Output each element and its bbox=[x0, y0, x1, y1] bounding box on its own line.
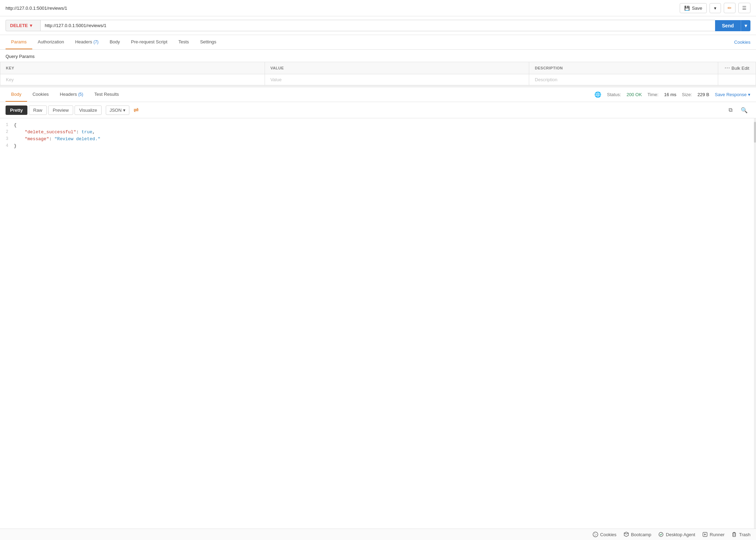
bulk-edit-button[interactable]: Bulk Edit bbox=[731, 66, 749, 71]
search-button[interactable]: 🔍 bbox=[738, 106, 750, 115]
response-tab-test-results[interactable]: Test Results bbox=[89, 87, 124, 102]
comment-icon: ☰ bbox=[742, 5, 747, 11]
response-tab-cookies[interactable]: Cookies bbox=[27, 87, 54, 102]
col-header-value: VALUE bbox=[265, 62, 529, 74]
response-tab-body[interactable]: Body bbox=[6, 87, 27, 102]
save-icon: 💾 bbox=[684, 6, 690, 11]
bottom-item-desktop-agent[interactable]: Desktop Agent bbox=[658, 532, 695, 537]
chevron-down-icon: ▾ bbox=[123, 108, 126, 113]
tab-body[interactable]: Body bbox=[104, 35, 126, 49]
send-button[interactable]: Send ▾ bbox=[715, 20, 750, 31]
line-num-3: 3 bbox=[0, 136, 14, 141]
cookies-icon bbox=[593, 532, 598, 537]
size-value: 229 B bbox=[697, 92, 709, 97]
tab-authorization[interactable]: Authorization bbox=[32, 35, 70, 49]
agent-icon bbox=[658, 532, 664, 537]
format-visualize-button[interactable]: Visualize bbox=[75, 106, 102, 115]
tab-headers[interactable]: Headers (7) bbox=[70, 35, 104, 49]
url-input[interactable] bbox=[40, 20, 715, 31]
bottom-item-bootcamp[interactable]: Bootcamp bbox=[624, 532, 652, 537]
chevron-icon: ▾ bbox=[30, 23, 32, 28]
cookies-link[interactable]: Cookies bbox=[734, 40, 750, 45]
scrollbar-thumb[interactable] bbox=[754, 122, 756, 143]
format-json-select[interactable]: JSON ▾ bbox=[106, 106, 129, 115]
svg-point-0 bbox=[593, 532, 598, 537]
table-row: Key Value Description bbox=[0, 74, 756, 85]
save-response-button[interactable]: Save Response ▾ bbox=[715, 92, 750, 97]
tab-params[interactable]: Params bbox=[6, 35, 32, 49]
globe-icon: 🌐 bbox=[594, 91, 601, 98]
response-tab-headers[interactable]: Headers (5) bbox=[54, 87, 89, 102]
save-button[interactable]: 💾 Save bbox=[680, 3, 707, 13]
col-header-actions: ··· Bulk Edit bbox=[718, 62, 756, 74]
bottom-trash-label: Trash bbox=[739, 532, 750, 537]
edit-icon: ✏ bbox=[728, 5, 732, 11]
method-select[interactable]: DELETE ▾ bbox=[6, 20, 40, 31]
top-url: http://127.0.0.1:5001/reviews/1 bbox=[6, 6, 67, 11]
value-cell[interactable]: Value bbox=[265, 74, 529, 85]
line-content-3: "message": "Review deleted." bbox=[14, 136, 756, 142]
code-wrapper: 1 { 2 "delete_successful": true, 3 "mess… bbox=[0, 118, 756, 529]
tab-pre-request-script[interactable]: Pre-request Script bbox=[126, 35, 173, 49]
time-value: 16 ms bbox=[664, 92, 676, 97]
format-bar: Pretty Raw Preview Visualize JSON ▾ ⇌ ⧉ … bbox=[0, 102, 756, 118]
format-preview-button[interactable]: Preview bbox=[48, 106, 73, 115]
send-label: Send bbox=[715, 20, 741, 31]
svg-point-2 bbox=[596, 534, 596, 535]
comment-button[interactable]: ☰ bbox=[738, 3, 750, 13]
bootcamp-icon bbox=[624, 532, 629, 537]
section-label: Query Params bbox=[0, 50, 756, 62]
bottom-bar: Cookies Bootcamp Desktop Agent Runner Tr… bbox=[0, 529, 756, 540]
top-bar: http://127.0.0.1:5001/reviews/1 💾 Save ▾… bbox=[0, 0, 756, 16]
send-dropdown-icon[interactable]: ▾ bbox=[741, 20, 750, 31]
params-table: KEY VALUE DESCRIPTION ··· Bulk Edit Key bbox=[0, 62, 756, 85]
code-line-3: 3 "message": "Review deleted." bbox=[0, 136, 756, 143]
description-cell[interactable]: Description bbox=[529, 74, 718, 85]
bottom-item-runner[interactable]: Runner bbox=[702, 532, 725, 537]
line-content-2: "delete_successful": true, bbox=[14, 129, 756, 135]
svg-point-1 bbox=[594, 533, 595, 534]
scrollbar-track bbox=[754, 118, 756, 529]
key-cell[interactable]: Key bbox=[0, 74, 265, 85]
code-area: 1 { 2 "delete_successful": true, 3 "mess… bbox=[0, 118, 756, 154]
format-raw-button[interactable]: Raw bbox=[29, 106, 47, 115]
code-line-2: 2 "delete_successful": true, bbox=[0, 129, 756, 136]
headers-badge: (7) bbox=[93, 40, 98, 44]
bottom-item-cookies[interactable]: Cookies bbox=[593, 532, 617, 537]
bottom-cookies-label: Cookies bbox=[600, 532, 617, 537]
more-icon[interactable]: ··· bbox=[724, 65, 730, 71]
edit-button[interactable]: ✏ bbox=[724, 3, 736, 13]
svg-point-3 bbox=[595, 535, 595, 536]
code-line-4: 4 } bbox=[0, 143, 756, 150]
tab-tests[interactable]: Tests bbox=[173, 35, 195, 49]
code-line-1: 1 { bbox=[0, 123, 756, 129]
search-icon: 🔍 bbox=[741, 107, 748, 113]
response-panel: Body Cookies Headers (5) Test Results 🌐 … bbox=[0, 85, 756, 529]
line-num-1: 1 bbox=[0, 123, 14, 127]
bottom-bootcamp-label: Bootcamp bbox=[631, 532, 652, 537]
bottom-runner-label: Runner bbox=[710, 532, 725, 537]
save-dropdown-button[interactable]: ▾ bbox=[710, 3, 721, 13]
response-tabs-bar: Body Cookies Headers (5) Test Results 🌐 … bbox=[0, 87, 756, 102]
line-content-4: } bbox=[14, 143, 756, 149]
col-header-key: KEY bbox=[0, 62, 265, 74]
copy-button[interactable]: ⧉ bbox=[726, 106, 735, 115]
col-header-description: DESCRIPTION bbox=[529, 62, 718, 74]
save-label: Save bbox=[692, 6, 702, 11]
line-num-2: 2 bbox=[0, 129, 14, 134]
line-content-1: { bbox=[14, 123, 756, 128]
svg-marker-6 bbox=[704, 533, 706, 535]
bottom-item-trash[interactable]: Trash bbox=[731, 532, 750, 537]
line-num-4: 4 bbox=[0, 143, 14, 148]
wrap-icon: ⇌ bbox=[134, 107, 139, 113]
actions-cell bbox=[718, 74, 756, 85]
query-params-section: Query Params KEY VALUE DESCRIPTION ··· B… bbox=[0, 50, 756, 85]
svg-rect-7 bbox=[733, 533, 736, 537]
tab-settings[interactable]: Settings bbox=[195, 35, 222, 49]
format-pretty-button[interactable]: Pretty bbox=[6, 106, 27, 115]
format-bar-right: ⧉ 🔍 bbox=[726, 106, 750, 115]
top-actions: 💾 Save ▾ ✏ ☰ bbox=[680, 3, 750, 13]
wrap-button[interactable]: ⇌ bbox=[131, 105, 141, 115]
status-value: 200 OK bbox=[627, 92, 642, 97]
copy-icon: ⧉ bbox=[729, 107, 732, 113]
